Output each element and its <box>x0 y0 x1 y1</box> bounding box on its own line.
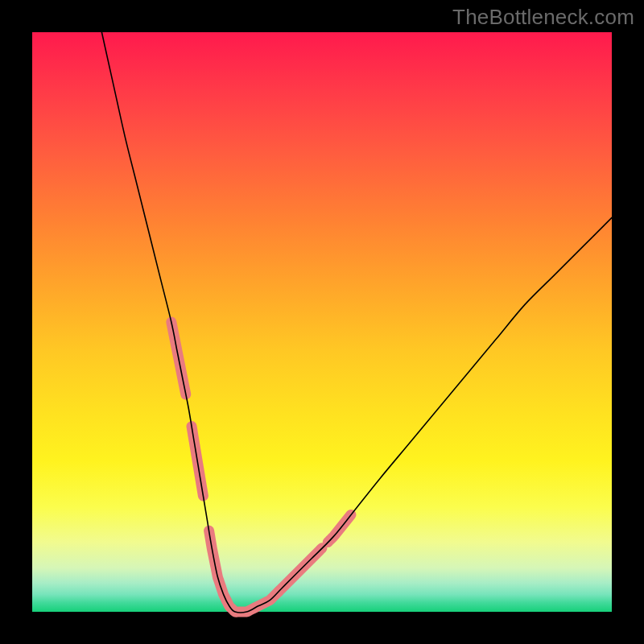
curve-svg <box>32 32 612 612</box>
highlight-left-lower <box>209 530 227 600</box>
bottleneck-curve <box>101 32 612 613</box>
chart-frame: TheBottleneck.com <box>0 0 644 644</box>
watermark-text: TheBottleneck.com <box>452 5 634 30</box>
plot-area <box>32 32 612 612</box>
